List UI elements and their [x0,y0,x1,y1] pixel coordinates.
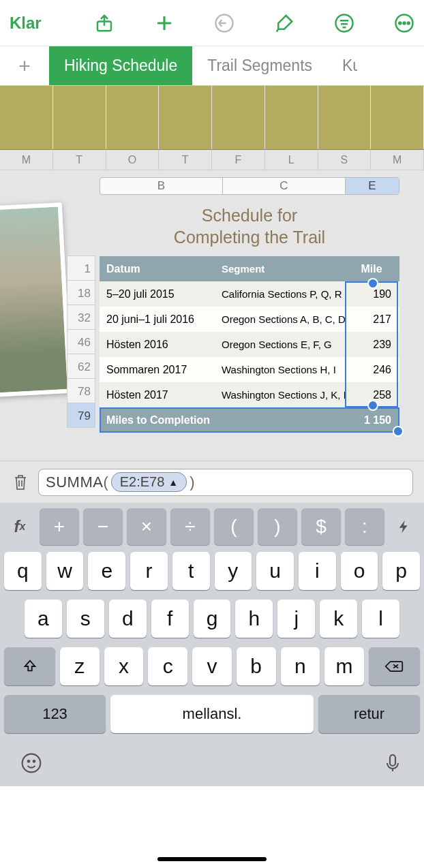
col-C[interactable]: C [223,178,346,194]
tab-hiking-schedule[interactable]: Hiking Schedule [49,46,192,85]
weekday-cell: F [212,150,265,170]
key-z[interactable]: z [60,647,100,685]
key-rparen[interactable]: ) [258,508,297,545]
tab-trail-segments[interactable]: Trail Segments [192,46,327,85]
cell-date: Hösten 2016 [100,332,217,357]
done-button[interactable]: Klar [10,14,42,33]
tab-cutoff[interactable]: Ku [327,46,357,85]
key-y[interactable]: y [215,552,252,590]
key-t[interactable]: t [172,552,210,590]
key-colon[interactable]: : [345,508,384,545]
formula-range-pill[interactable]: E2:E78 ▲ [111,472,187,492]
key-a[interactable]: a [25,600,62,638]
backspace-key[interactable] [369,647,420,685]
key-l[interactable]: l [362,600,399,638]
hdr-date: Datum [100,256,217,281]
cell-date: 5–20 juli 2015 [100,281,217,307]
svg-point-8 [28,760,30,762]
format-brush-icon[interactable] [274,13,294,33]
row-num[interactable]: 46 [67,329,95,354]
inserted-photo[interactable] [0,202,72,397]
table-header-row: Datum Segment Mile [100,256,399,281]
table-title: Schedule for Completing the Trail [100,204,399,248]
key-divide[interactable]: ÷ [170,508,210,545]
weekday-cell: S [318,150,372,170]
weekday-cell: M [0,150,53,170]
key-e[interactable]: e [88,552,125,590]
key-o[interactable]: o [341,552,378,590]
key-r[interactable]: r [130,552,168,590]
triangle-up-icon: ▲ [168,477,178,488]
table-row[interactable]: 20 juni–1 juli 2016 Oregon Sections A, B… [100,307,399,332]
row-num[interactable]: 18 [67,280,95,305]
share-icon[interactable] [94,13,115,33]
key-u[interactable]: u [256,552,294,590]
key-b[interactable]: b [237,647,276,685]
key-h[interactable]: h [235,600,273,638]
emoji-button[interactable] [20,752,42,777]
key-lparen[interactable]: ( [214,508,254,545]
key-x[interactable]: x [104,647,144,685]
key-f[interactable]: f [151,600,189,638]
weekday-cell: M [371,150,424,170]
table-row[interactable]: 5–20 juli 2015 California Sections P, Q,… [100,281,399,307]
formula-input[interactable]: SUMMA ( E2:E78 ▲ ) [38,469,413,496]
more-icon[interactable] [394,13,414,33]
table-row[interactable]: Sommaren 2017 Washington Sections H, I 2… [100,357,399,382]
paren-open: ( [103,474,108,491]
key-g[interactable]: g [194,600,231,638]
table-row[interactable]: Hösten 2016 Oregon Sections E, F, G 239 [100,332,399,357]
add-sheet-button[interactable]: + [0,46,49,85]
numbers-key[interactable]: 123 [4,695,106,733]
key-n[interactable]: n [281,647,320,685]
key-plus[interactable]: + [40,508,79,545]
svg-point-6 [408,22,410,24]
table-sum-row-selected[interactable]: Miles to Completion 1 150 [100,407,399,433]
filter-icon[interactable] [334,13,354,33]
row-num[interactable]: 62 [67,354,95,379]
key-j[interactable]: j [277,600,315,638]
key-c[interactable]: c [148,647,187,685]
return-key[interactable]: retur [318,695,420,733]
key-i[interactable]: i [299,552,336,590]
dictation-button[interactable] [382,752,404,777]
key-minus[interactable]: − [83,508,123,545]
key-d[interactable]: d [109,600,147,638]
sum-label: Miles to Completion [100,407,345,433]
col-E[interactable]: E [346,178,399,194]
row-num[interactable]: 32 [67,305,95,330]
cell-mile: 217 [345,307,398,332]
svg-point-5 [404,22,406,24]
delete-formula-button[interactable] [11,473,30,492]
key-p[interactable]: p [382,552,420,590]
shift-key[interactable] [4,647,55,685]
column-headers: B C E [100,177,399,195]
key-k[interactable]: k [320,600,357,638]
hdr-segment: Segment [217,256,345,281]
undo-icon[interactable] [214,13,234,33]
row-num[interactable]: 1 [67,255,95,281]
add-icon[interactable] [154,13,175,33]
row-headers: 1 18 32 46 62 78 79 [67,256,95,428]
key-w[interactable]: w [46,552,84,590]
cell-segment: California Sections P, Q, R [217,281,345,307]
hdr-mile: Mile [345,256,398,281]
quick-formula-icon[interactable] [389,508,420,545]
key-q[interactable]: q [4,552,42,590]
key-dollar[interactable]: $ [301,508,341,545]
table-row[interactable]: Hösten 2017 Washington Sections J, K, L … [100,382,399,407]
col-B[interactable]: B [100,178,223,194]
cell-date: Hösten 2017 [100,382,217,407]
key-m[interactable]: m [324,647,364,685]
key-s[interactable]: s [67,600,104,638]
fx-button[interactable]: fx [4,508,35,545]
weekday-cell: O [106,150,160,170]
cell-segment: Oregon Sections E, F, G [217,332,345,357]
space-key[interactable]: mellansl. [110,695,314,733]
key-v[interactable]: v [192,647,232,685]
sum-value: 1 150 [345,407,398,433]
spreadsheet-canvas[interactable]: B C E Schedule for Completing the Trail … [0,170,424,461]
row-num[interactable]: 79 [67,403,95,428]
row-num[interactable]: 78 [67,378,95,403]
key-multiply[interactable]: × [127,508,166,545]
